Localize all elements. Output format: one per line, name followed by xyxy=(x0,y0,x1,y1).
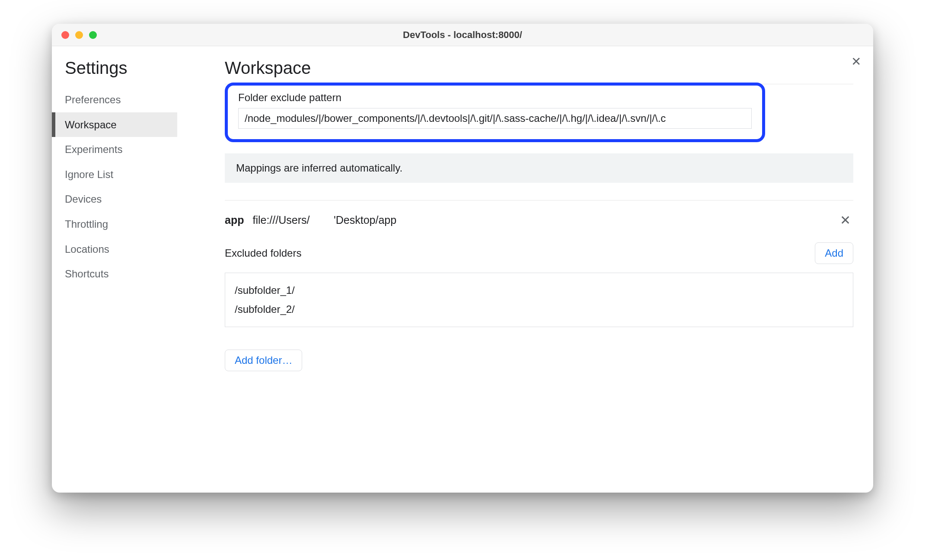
sidebar-item-shortcuts[interactable]: Shortcuts xyxy=(52,261,177,286)
titlebar: DevTools - localhost:8000/ xyxy=(52,24,873,46)
sidebar-item-locations[interactable]: Locations xyxy=(52,237,177,262)
excluded-folders-header: Excluded folders Add xyxy=(225,242,853,264)
zoom-window-icon[interactable] xyxy=(89,31,97,39)
sidebar-item-throttling[interactable]: Throttling xyxy=(52,212,177,237)
add-folder-button[interactable]: Add folder… xyxy=(225,350,302,371)
folder-exclude-pattern-input[interactable] xyxy=(238,108,752,129)
page-title: Workspace xyxy=(225,58,853,78)
folder-exclude-pattern-section: Folder exclude pattern xyxy=(225,83,765,142)
excluded-folder-item[interactable]: /subfolder_2/ xyxy=(235,300,843,319)
workspace-folder-row: app file:///Users/ 'Desktop/app ✕ xyxy=(225,213,853,228)
sidebar-item-workspace[interactable]: Workspace xyxy=(52,112,177,137)
devtools-window: DevTools - localhost:8000/ ✕ Settings Pr… xyxy=(52,24,873,493)
close-window-icon[interactable] xyxy=(61,31,69,39)
sidebar-item-experiments[interactable]: Experiments xyxy=(52,137,177,162)
settings-sidebar: Settings Preferences Workspace Experimen… xyxy=(52,46,177,493)
minimize-window-icon[interactable] xyxy=(75,31,83,39)
settings-title: Settings xyxy=(52,58,177,87)
excluded-folders-label: Excluded folders xyxy=(225,247,815,259)
mappings-info: Mappings are inferred automatically. xyxy=(225,153,853,183)
traffic-lights xyxy=(61,31,97,39)
workspace-folder-name: app xyxy=(225,214,244,226)
add-excluded-button[interactable]: Add xyxy=(815,242,853,264)
sidebar-item-preferences[interactable]: Preferences xyxy=(52,87,177,112)
folder-exclude-pattern-label: Folder exclude pattern xyxy=(238,92,752,104)
sidebar-item-ignore-list[interactable]: Ignore List xyxy=(52,162,177,187)
sidebar-item-devices[interactable]: Devices xyxy=(52,187,177,212)
settings-panel: ✕ Settings Preferences Workspace Experim… xyxy=(52,46,873,493)
window-title: DevTools - localhost:8000/ xyxy=(403,29,522,41)
workspace-folder-path: file:///Users/ 'Desktop/app xyxy=(252,214,396,226)
divider xyxy=(225,200,853,200)
workspace-settings: Workspace Folder exclude pattern Mapping… xyxy=(177,46,873,493)
excluded-folder-item[interactable]: /subfolder_1/ xyxy=(235,281,843,300)
excluded-folders-list: /subfolder_1/ /subfolder_2/ xyxy=(225,273,853,327)
remove-folder-icon[interactable]: ✕ xyxy=(837,213,853,228)
